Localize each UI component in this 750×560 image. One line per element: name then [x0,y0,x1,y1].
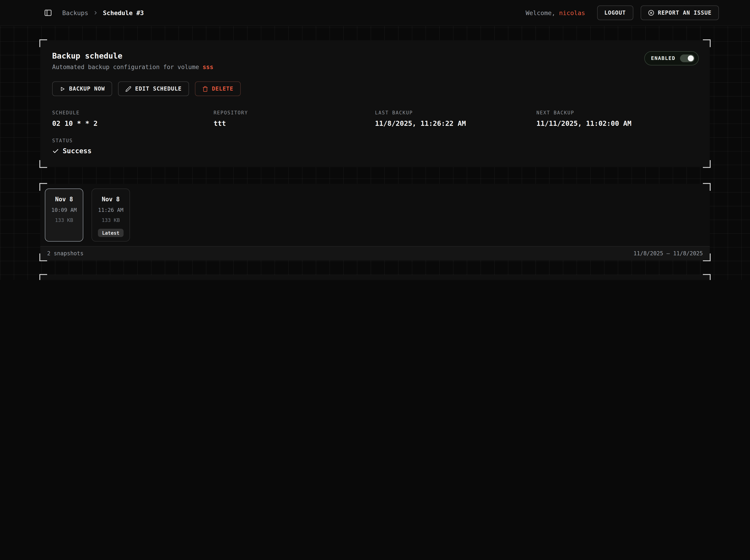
corner-bracket [703,183,711,191]
backup-schedule-card: Backup schedule Automated backup configu… [40,40,710,167]
field-label: SCHEDULE [52,110,214,115]
delete-button[interactable]: DELETE [195,81,241,96]
field-value: 02 10 * * 2 [52,119,214,128]
play-icon [59,86,65,92]
snapshot-tile-latest[interactable]: Nov 8 11:26 AM 133 KB Latest [92,188,130,242]
field-value: ttt [214,119,375,128]
breadcrumb-separator-icon [93,10,98,16]
pencil-icon [125,86,132,92]
snapshot-tile-selected[interactable]: Nov 8 10:09 AM 133 KB [45,188,83,242]
schedule-actions: BACKUP NOW EDIT SCHEDULE DELETE [52,81,698,96]
corner-bracket [39,160,47,168]
schedule-card-subtitle: Automated backup configuration for volum… [52,64,698,71]
welcome-text: Welcome, nicolas [526,9,585,17]
corner-bracket [703,160,711,168]
field-label: NEXT BACKUP [536,110,698,115]
trash-icon [202,86,208,92]
volume-name: sss [202,64,213,71]
snapshot-size: 133 KB [102,217,120,223]
field-label: LAST BACKUP [375,110,536,115]
corner-bracket [703,254,711,261]
snapshots-section: Nov 8 10:09 AM 133 KB Nov 8 11:26 AM 133… [40,184,710,260]
topbar-left: Backups Schedule #3 [42,7,144,19]
welcome-prefix: Welcome, [526,9,555,17]
edit-schedule-button[interactable]: EDIT SCHEDULE [118,81,189,96]
snapshot-time: 11:26 AM [98,207,123,213]
topbar-right: Welcome, nicolas LOGOUT REPORT AN ISSUE [526,5,719,20]
logout-button-label: LOGOUT [604,9,626,16]
field-last-backup: LAST BACKUP 11/8/2025, 11:26:22 AM [375,110,536,128]
page: Backups Schedule #3 Welcome, nicolas LOG… [0,0,750,280]
status-label: STATUS [52,138,698,143]
latest-badge: Latest [98,229,123,237]
field-repository: REPOSITORY ttt [214,110,375,128]
backup-now-button-label: BACKUP NOW [69,85,105,92]
check-icon [52,147,59,155]
snapshot-date-range: 11/8/2025 – 11/8/2025 [634,250,703,257]
snapshot-date: Nov 8 [102,196,120,203]
field-value: 11/11/2025, 11:02:00 AM [536,119,698,128]
snapshot-time: 10:09 AM [52,207,77,213]
top-bar: Backups Schedule #3 Welcome, nicolas LOG… [0,0,750,26]
snapshot-date: Nov 8 [55,196,73,203]
subtitle-prefix: Automated backup configuration for volum… [52,64,199,71]
snapshot-size: 133 KB [55,217,73,223]
enabled-toggle[interactable]: ENABLED [644,51,699,65]
field-label: REPOSITORY [214,110,375,115]
field-next-backup: NEXT BACKUP 11/11/2025, 11:02:00 AM [536,110,698,128]
toggle-knob [688,55,694,61]
report-issue-button[interactable]: REPORT AN ISSUE [640,5,719,20]
backup-now-button[interactable]: BACKUP NOW [52,81,112,96]
status-value: Success [52,147,698,155]
field-schedule: SCHEDULE 02 10 * * 2 [52,110,214,128]
breadcrumb-backups[interactable]: Backups [62,9,88,17]
username: nicolas [559,9,585,17]
delete-button-label: DELETE [212,85,233,92]
logout-button[interactable]: LOGOUT [597,5,633,20]
file-browser-card: File Browser Viewing snapshot from 11/8/… [40,275,710,280]
corner-bracket [39,254,47,261]
edit-schedule-button-label: EDIT SCHEDULE [135,85,182,92]
sidebar-toggle-button[interactable] [42,7,54,19]
status-text: Success [63,147,92,155]
circle-x-icon [648,9,654,16]
field-value: 11/8/2025, 11:26:22 AM [375,119,536,128]
corner-bracket [703,39,711,47]
panel-left-icon [44,9,52,17]
status-block: STATUS Success [52,138,698,155]
enabled-toggle-label: ENABLED [651,55,675,61]
corner-bracket [39,274,47,280]
corner-bracket [703,274,711,280]
corner-bracket [39,183,47,191]
toggle-switch[interactable] [680,55,695,62]
snapshot-count: 2 snapshots [47,250,83,257]
breadcrumb: Backups Schedule #3 [62,9,144,17]
snapshots-footer: 2 snapshots 11/8/2025 – 11/8/2025 [40,246,710,260]
schedule-card-title: Backup schedule [52,51,698,60]
breadcrumb-current-page: Schedule #3 [103,9,144,17]
snapshot-list: Nov 8 10:09 AM 133 KB Nov 8 11:26 AM 133… [40,184,710,246]
schedule-fields: SCHEDULE 02 10 * * 2 REPOSITORY ttt LAST… [52,110,698,128]
report-issue-button-label: REPORT AN ISSUE [658,9,712,16]
corner-bracket [39,39,47,47]
